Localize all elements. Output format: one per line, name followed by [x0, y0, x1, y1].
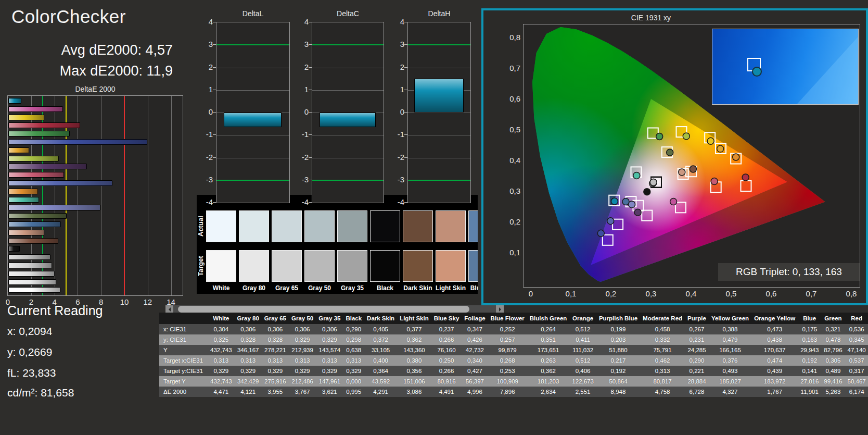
axis-tick — [404, 180, 407, 180]
deltae-bar — [8, 139, 147, 145]
column-header: Dark Skin — [364, 313, 397, 324]
chart-title: DeltaH — [407, 9, 471, 18]
ref-line — [124, 96, 125, 295]
swatch-label: Gray 80 — [237, 284, 271, 292]
actual-swatch-black[interactable] — [370, 210, 400, 242]
actual-swatch-dark-skin[interactable] — [403, 210, 433, 242]
deltae-bar — [8, 172, 64, 178]
table-cell: 28,884 — [685, 376, 709, 387]
target-swatch-white[interactable] — [206, 250, 236, 282]
target-swatch-gray-65[interactable] — [272, 250, 302, 282]
target-swatch-gray-35[interactable] — [337, 250, 367, 282]
axis-tick-label: 0,1 — [501, 248, 520, 257]
column-header: Orange — [569, 313, 596, 324]
table-cell: 50,467 — [845, 376, 868, 387]
table-cell: 0,266 — [431, 366, 462, 376]
gridline — [216, 68, 289, 68]
row-label: Target y:CIE31 — [159, 366, 208, 376]
table-cell: 33,105 — [364, 345, 397, 355]
axis-tick-label: -1 — [200, 130, 213, 139]
actual-swatch-gray-50[interactable] — [304, 210, 335, 242]
actual-swatch-gray-80[interactable] — [239, 210, 269, 242]
axis-tick — [213, 22, 216, 22]
axis-tick-label: -2 — [200, 153, 213, 161]
table-cell: 80,916 — [431, 376, 462, 387]
table-cell: 143,574 — [316, 345, 343, 355]
table-cell: 8,948 — [596, 387, 640, 397]
table-cell: 432,743 — [208, 376, 235, 387]
table-cell: 0,313 — [640, 366, 685, 376]
table-cell: 0,141 — [798, 366, 821, 376]
measured-marker — [690, 166, 696, 172]
axis-tick-label: 2 — [200, 63, 213, 71]
axis-tick — [309, 22, 312, 22]
deltae2000-chart — [7, 95, 183, 296]
actual-swatch-white[interactable] — [206, 210, 236, 242]
table-cell: 0,512 — [569, 355, 596, 366]
scrollbar-thumb[interactable] — [178, 306, 469, 313]
target-swatch-light-skin[interactable] — [436, 250, 466, 282]
axis-tick-label: -4 — [392, 197, 404, 206]
table-cell: 6,728 — [685, 387, 709, 397]
swatch-label: Gray 50 — [303, 284, 336, 292]
measured-marker — [711, 178, 718, 185]
table-row: x: CIE310,3040,3060,3060,3060,3060,2900,… — [159, 324, 868, 334]
target-swatch-gray-50[interactable] — [304, 250, 335, 282]
table-cell: 5,263 — [821, 387, 845, 397]
gridline — [408, 44, 470, 45]
axis-tick — [213, 157, 216, 158]
gridline — [312, 180, 384, 181]
gridline — [408, 113, 470, 113]
axis-tick — [213, 134, 216, 135]
actual-swatch-gray-65[interactable] — [272, 210, 302, 242]
gridline — [312, 44, 384, 45]
table-cell: 0,458 — [640, 324, 685, 334]
row-label: Target x:CIE31 — [159, 355, 208, 366]
table-cell: 0,364 — [364, 366, 397, 376]
horizontal-scrollbar[interactable] — [165, 305, 504, 313]
table-cell: 0,252 — [488, 324, 527, 334]
target-swatch-dark-skin[interactable] — [403, 250, 433, 282]
axis-tick — [309, 202, 312, 203]
scroll-right-button[interactable] — [496, 305, 504, 313]
target-swatch-gray-80[interactable] — [239, 250, 269, 282]
gridline — [148, 96, 148, 295]
gridline — [408, 68, 470, 68]
table-cell: 0,329 — [289, 334, 316, 345]
column-header: Red — [845, 313, 868, 324]
table-corner — [159, 313, 208, 324]
axis-tick-label: 12 — [143, 297, 152, 306]
actual-swatch-gray-35[interactable] — [337, 210, 367, 242]
target-swatch-blue-sky[interactable] — [468, 250, 478, 282]
axis-tick-label: 0,3 — [641, 289, 661, 298]
scroll-left-button[interactable] — [165, 305, 173, 313]
table-cell: 0,377 — [397, 324, 431, 334]
axis-tick-label: 0,1 — [560, 289, 581, 298]
axis-tick-label: 2 — [392, 63, 404, 71]
table-cell: 0,537 — [845, 355, 868, 366]
table-cell: 6,174 — [845, 387, 868, 397]
table-cell: 0,237 — [431, 324, 462, 334]
measured-marker — [629, 201, 635, 208]
axis-tick-label: -3 — [392, 175, 404, 184]
table-row: Target x:CIE310,3130,3130,3130,3130,3130… — [159, 355, 868, 366]
axis-tick-label: -2 — [392, 153, 404, 161]
actual-swatch-light-skin[interactable] — [436, 210, 466, 242]
column-header: Black — [343, 313, 364, 324]
table-cell: 0,298 — [343, 334, 364, 345]
axis-tick-label: 3 — [200, 40, 213, 48]
table-cell: 143,360 — [397, 345, 431, 355]
de-summary: Avg dE2000: 4,57 Max dE2000: 11,9 — [21, 40, 173, 81]
table-cell: 0,638 — [343, 345, 364, 355]
table-cell: 166,165 — [709, 345, 751, 355]
table-cell: 0,192 — [596, 366, 640, 376]
gridline — [171, 96, 172, 295]
axis-tick-label: 0,8 — [841, 289, 862, 298]
table-cell: 342,429 — [235, 376, 262, 387]
table-cell: 0,388 — [709, 324, 751, 334]
actual-swatch-blue-sky[interactable] — [468, 210, 478, 242]
target-swatch-black[interactable] — [370, 250, 400, 282]
table-cell: 0,313 — [343, 355, 364, 366]
column-header: Gray 35 — [316, 313, 343, 324]
table-cell: 0,489 — [821, 366, 845, 376]
